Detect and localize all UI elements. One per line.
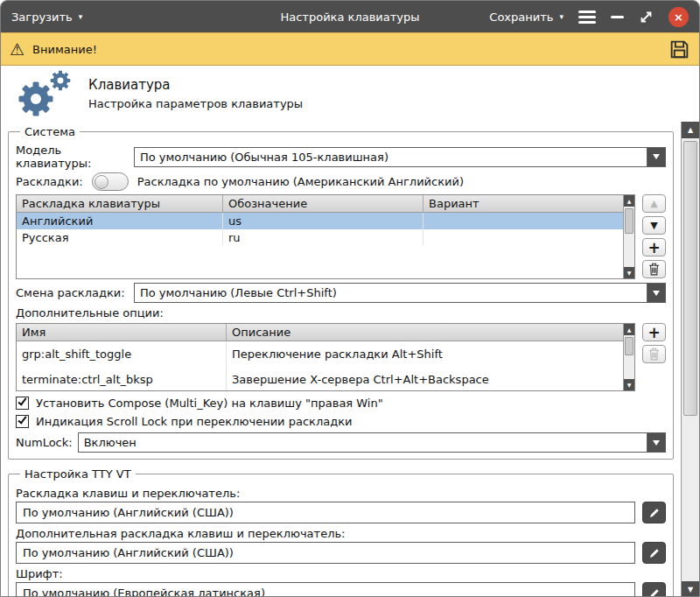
- add-option-button[interactable]: +: [642, 323, 666, 341]
- checkbox-checked-icon[interactable]: [16, 415, 29, 428]
- vertical-scrollbar[interactable]: ▲ ▼: [681, 122, 699, 597]
- scrollbar-track[interactable]: [624, 207, 634, 267]
- scrollbar-thumb[interactable]: [683, 141, 697, 416]
- scroll-lock-checkbox[interactable]: Индикация Scroll Lock при переключении р…: [16, 415, 666, 428]
- layouts-label: Раскладки:: [16, 175, 83, 188]
- page-header: Клавиатура Настройка параметров клавиату…: [1, 66, 699, 122]
- minimize-button[interactable]: [611, 16, 624, 18]
- warning-text: Внимание!: [32, 43, 97, 56]
- delete-option-button[interactable]: [642, 345, 666, 363]
- options-table-row[interactable]: grp:alt_shift_toggle Переключение раскла…: [17, 341, 634, 367]
- edit-tty-extra-layout-button[interactable]: [642, 542, 666, 564]
- layouts-table-header: Раскладка клавиатуры Обозначение Вариант: [17, 195, 634, 213]
- extra-options-label: Дополнительные опции:: [16, 306, 666, 320]
- toggle-knob-icon: [94, 175, 108, 189]
- tty-extra-layout-field[interactable]: По умолчанию (Английский (США)): [16, 542, 635, 564]
- down-arrow-icon: ▼: [627, 382, 632, 388]
- plus-icon: +: [648, 324, 660, 341]
- options-table: Имя Описание grp:alt_shift_toggle Перекл…: [16, 323, 635, 391]
- settings-content: Система Модель клавиатуры: По умолчанию …: [1, 122, 681, 597]
- tty-layout-label: Раскладка клавиш и переключатель:: [16, 487, 666, 500]
- fullscreen-icon: [639, 10, 654, 25]
- scrollbar-thumb[interactable]: [625, 337, 634, 355]
- add-layout-button[interactable]: +: [642, 238, 666, 256]
- close-button[interactable]: ×: [668, 7, 689, 27]
- move-layout-up-button[interactable]: ▲: [642, 194, 666, 213]
- column-header: Раскладка клавиатуры: [17, 195, 223, 212]
- compose-checkbox[interactable]: Установить Compose (Multi_Key) на клавиш…: [16, 397, 666, 410]
- menu-button[interactable]: [578, 11, 596, 24]
- tty-font-field[interactable]: По умолчанию (Европейская латинская): [16, 582, 635, 597]
- options-table-row[interactable]: terminate:ctrl_alt_bksp Завершение X-сер…: [17, 367, 634, 391]
- chevron-down-icon[interactable]: [647, 433, 665, 452]
- scroll-up-button[interactable]: ▲: [682, 122, 699, 138]
- cell-layout: Английский: [17, 213, 223, 229]
- numlock-label: NumLock:: [16, 436, 73, 449]
- scroll-down-button[interactable]: ▼: [624, 267, 634, 278]
- move-layout-down-button[interactable]: ▼: [642, 216, 666, 235]
- default-layout-toggle[interactable]: [92, 172, 129, 191]
- scroll-lock-checkbox-label: Индикация Scroll Lock при переключении р…: [36, 415, 352, 428]
- cell-layout: Русская: [17, 229, 223, 246]
- options-table-header: Имя Описание: [17, 324, 634, 341]
- scroll-down-button[interactable]: ▼: [682, 581, 699, 597]
- up-arrow-icon: ▲: [627, 198, 632, 204]
- tty-font-label: Шрифт:: [16, 567, 666, 580]
- close-icon: ×: [674, 11, 683, 23]
- scroll-up-button[interactable]: ▲: [624, 324, 634, 335]
- tty-layout-field[interactable]: По умолчанию (Английский (США)): [16, 502, 635, 523]
- page-subtitle: Настройка параметров клавиатуры: [88, 97, 303, 110]
- chevron-down-icon[interactable]: [647, 148, 665, 166]
- cell-variant: [424, 229, 634, 246]
- down-arrow-icon: ▼: [650, 220, 657, 231]
- down-arrow-icon: ▼: [627, 270, 632, 276]
- chevron-down-icon[interactable]: [647, 284, 665, 302]
- keyboard-model-label: Модель клавиатуры:: [16, 144, 129, 170]
- load-menu-label: Загрузить: [11, 11, 73, 24]
- layouts-table-row[interactable]: Английский us: [17, 213, 634, 229]
- system-group: Система Модель клавиатуры: По умолчанию …: [8, 125, 674, 460]
- keyboard-model-value: По умолчанию (Обычная 105-клавишная): [135, 148, 647, 166]
- layouts-table-scrollbar[interactable]: ▲ ▼: [623, 195, 634, 278]
- cell-code: us: [223, 213, 424, 229]
- fullscreen-button[interactable]: [639, 10, 654, 25]
- column-header: Имя: [17, 324, 227, 341]
- minimize-icon: [611, 16, 624, 18]
- edit-tty-layout-button[interactable]: [642, 502, 666, 523]
- floppy-icon: [668, 39, 690, 60]
- layout-switch-select[interactable]: По умолчанию (Левые Ctrl+Shift): [134, 283, 666, 303]
- options-table-scrollbar[interactable]: ▲ ▼: [623, 324, 634, 390]
- column-header: Обозначение: [223, 195, 424, 212]
- warning-icon: ⚠: [10, 41, 24, 58]
- up-arrow-icon: ▲: [688, 126, 693, 134]
- pencil-icon: [648, 547, 661, 559]
- pencil-icon: [648, 507, 661, 519]
- down-arrow-icon: ▼: [688, 586, 693, 593]
- edit-tty-font-button[interactable]: [642, 582, 666, 597]
- keyboard-model-select[interactable]: По умолчанию (Обычная 105-клавишная): [134, 147, 666, 167]
- chevron-down-icon: ▾: [79, 13, 83, 21]
- column-header: Вариант: [424, 195, 634, 212]
- up-arrow-icon: ▲: [650, 198, 657, 209]
- delete-layout-button[interactable]: [642, 260, 666, 278]
- scrollbar-track[interactable]: [682, 138, 699, 581]
- save-file-button[interactable]: [668, 39, 690, 60]
- save-menu-button[interactable]: Сохранить ▾: [489, 11, 564, 24]
- layout-switch-value: По умолчанию (Левые Ctrl+Shift): [135, 284, 647, 302]
- pencil-icon: [648, 587, 661, 597]
- load-menu-button[interactable]: Загрузить ▾: [11, 11, 82, 24]
- default-layout-text: Раскладка по умолчанию (Американский Анг…: [137, 175, 464, 188]
- numlock-select[interactable]: Включен: [78, 432, 666, 453]
- scrollbar-thumb[interactable]: [625, 208, 634, 234]
- tty-group: Настройка TTY VT Раскладка клавиш и пере…: [8, 467, 674, 597]
- scrollbar-track[interactable]: [624, 335, 634, 379]
- save-menu-label: Сохранить: [489, 11, 553, 24]
- trash-icon: [648, 348, 660, 361]
- scroll-down-button[interactable]: ▼: [624, 379, 634, 390]
- plus-icon: +: [648, 239, 660, 256]
- cell-variant: [424, 213, 634, 229]
- window-title: Настройка клавиатуры: [280, 11, 419, 24]
- layouts-table-row[interactable]: Русская ru: [17, 229, 634, 246]
- checkbox-checked-icon[interactable]: [16, 397, 29, 410]
- scroll-up-button[interactable]: ▲: [624, 195, 634, 207]
